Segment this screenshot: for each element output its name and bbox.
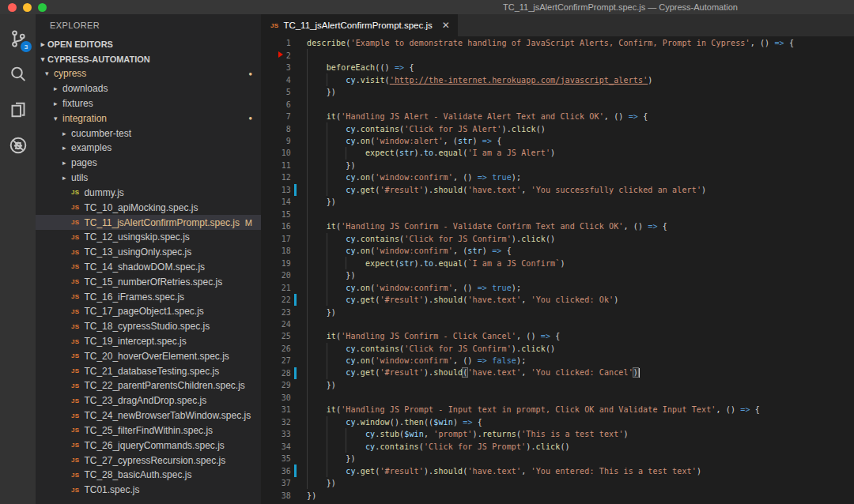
code-line[interactable]: 8 cy.contains('Click for JS Alert').clic… xyxy=(261,122,854,134)
code-line[interactable]: 18 cy.on('window:confirm', (str) => { xyxy=(261,245,854,257)
token-fn: then xyxy=(404,418,424,427)
gutter-decoration xyxy=(291,160,307,171)
indent-guide xyxy=(307,220,308,232)
token-fn: visit xyxy=(361,76,385,85)
code-line[interactable]: 33 cy.stub($win, 'prompt').returns('This… xyxy=(261,428,854,440)
code-line[interactable]: 1describe('Example to demonstrate handli… xyxy=(261,37,854,49)
source-control-icon[interactable]: 3 xyxy=(0,21,36,56)
tree-file-TC_14_shadowDOM.spec.js[interactable]: JSTC_14_shadowDOM.spec.js xyxy=(36,260,261,275)
code-line[interactable]: 21 cy.on('window:confirm', () => true); xyxy=(261,281,854,293)
tree-folder-cucumber-test[interactable]: ▸cucumber-test xyxy=(36,126,261,141)
tree-folder-utils[interactable]: ▸utils xyxy=(36,171,261,186)
code-line[interactable]: 30 xyxy=(261,392,854,404)
code-line[interactable]: 28 cy.get('#result').should('have.text',… xyxy=(261,367,854,379)
tree-file-TC_11_jsAlertConfirmPrompt.spec.js[interactable]: JSTC_11_jsAlertConfirmPrompt.spec.jsM xyxy=(36,215,261,230)
tree-file-TC_15_numberOfRetries.spec.js[interactable]: JSTC_15_numberOfRetries.spec.js xyxy=(36,274,261,289)
code-line[interactable]: 36 cy.get('#result').should('have.text',… xyxy=(261,465,854,476)
code-line[interactable]: 3 beforeEach(() => { xyxy=(261,62,854,73)
tree-folder-downloads[interactable]: ▸downloads xyxy=(36,81,261,96)
code-line[interactable]: 31 it('Handling JS Prompt - Input text i… xyxy=(261,404,854,416)
tree-file-TC_23_dragAndDrop.spec.js[interactable]: JSTC_23_dragAndDrop.spec.js xyxy=(36,393,261,408)
tree-file-TC_28_basicAuth.spec.js[interactable]: JSTC_28_basicAuth.spec.js xyxy=(36,468,261,483)
tree-file-TC_27_cypressRecursion.spec.js[interactable]: JSTC_27_cypressRecursion.spec.js xyxy=(36,453,261,468)
tree-file-TC_17_pageObject1.spec.js[interactable]: JSTC_17_pageObject1.spec.js xyxy=(36,304,261,319)
search-icon[interactable] xyxy=(0,56,36,92)
tree-folder-pages[interactable]: ▸pages xyxy=(36,156,261,171)
tree-file-TC_24_newBrowserTabWindow.spec.js[interactable]: JSTC_24_newBrowserTabWindow.spec.js xyxy=(36,408,261,423)
code-line[interactable]: 19 expect(str).to.equal(`I am a JS Confi… xyxy=(261,257,854,269)
token-fn: get xyxy=(361,295,375,304)
gutter-decoration xyxy=(291,318,307,330)
code-line[interactable]: 22 cy.get('#result').should('have.text',… xyxy=(261,294,854,306)
code-line[interactable]: 16 it('Handling JS Confirm - Validate Co… xyxy=(261,220,854,232)
maximize-window-icon[interactable] xyxy=(38,3,47,12)
code-line[interactable]: 34 cy.contains('Click for JS Prompt').cl… xyxy=(261,440,854,452)
code-line[interactable]: 37 }) xyxy=(261,477,854,489)
token-fn: click xyxy=(536,442,561,451)
tree-file-TC_16_iFrames.spec.js[interactable]: JSTC_16_iFrames.spec.js xyxy=(36,289,261,304)
tab-active-file[interactable]: JS TC_11_jsAlertConfirmPrompt.spec.js ✕ xyxy=(261,14,458,36)
open-editors-section[interactable]: ▸ OPEN EDITORS xyxy=(36,36,261,51)
tree-item-label: TC_13_usingOnly.spec.js xyxy=(84,246,191,258)
code-text: cy.on('window:confirm', (str) => { xyxy=(307,246,512,255)
code-line[interactable]: 35 }) xyxy=(261,453,854,465)
code-line[interactable]: 2 xyxy=(261,49,854,61)
code-line[interactable]: 29 }) xyxy=(261,379,854,391)
code-line[interactable]: 12 cy.on('window:confirm', () => true); xyxy=(261,171,854,183)
code-line[interactable]: 20 }) xyxy=(261,269,854,281)
code-line[interactable]: 38}) xyxy=(261,489,854,501)
tree-file-TC_12_usingskip.spec.js[interactable]: JSTC_12_usingskip.spec.js xyxy=(36,230,261,245)
tree-file-TC01.spec.js[interactable]: JSTC01.spec.js xyxy=(36,483,261,498)
js-file-icon: JS xyxy=(71,204,79,211)
tree-file-TC_26_jqueryCommands.spec.js[interactable]: JSTC_26_jqueryCommands.spec.js xyxy=(36,438,261,453)
tree-folder-fixtures[interactable]: ▸fixtures xyxy=(36,96,261,111)
code-text: cy.on('window:confirm', () => true); xyxy=(307,173,521,182)
workspace-root-section[interactable]: ▾ CYPRESS-AUTOMATION xyxy=(36,51,261,66)
code-line[interactable]: 15 xyxy=(261,209,854,220)
tree-file-TC_20_hoverOverElement.spec.js[interactable]: JSTC_20_hoverOverElement.spec.js xyxy=(36,348,261,363)
token-fn: on xyxy=(361,246,370,255)
minimize-window-icon[interactable] xyxy=(23,3,32,12)
code-line[interactable]: 24 xyxy=(261,318,854,330)
close-icon[interactable]: ✕ xyxy=(442,20,450,31)
url-link[interactable]: 'http://the-internet.herokuapp.com/javas… xyxy=(390,76,648,85)
code-line[interactable]: 11 }) xyxy=(261,160,854,171)
code-line[interactable]: 10 expect(str).to.equal('I am a JS Alert… xyxy=(261,147,854,159)
tree-file-TC_22_parentParentsChildren.spec.js[interactable]: JSTC_22_parentParentsChildren.spec.js xyxy=(36,378,261,393)
token-fn: click xyxy=(521,235,546,243)
code-line[interactable]: 14 }) xyxy=(261,196,854,208)
tree-folder-examples[interactable]: ▸examples xyxy=(36,141,261,156)
section-label: CYPRESS-AUTOMATION xyxy=(47,55,150,64)
tab-label: TC_11_jsAlertConfirmPrompt.spec.js xyxy=(283,21,432,30)
tree-file-TC_19_intercept.spec.js[interactable]: JSTC_19_intercept.spec.js xyxy=(36,334,261,349)
code-line[interactable]: 13 cy.get('#result').should('have.text',… xyxy=(261,184,854,196)
code-line[interactable]: 23 }) xyxy=(261,306,854,318)
code-line[interactable]: 5 }) xyxy=(261,86,854,98)
token-pun: , () xyxy=(453,284,473,292)
code-line[interactable]: 17 cy.contains('Click for JS Confirm').c… xyxy=(261,233,854,245)
tree-file-TC_10_apiMocking.spec.js[interactable]: JSTC_10_apiMocking.spec.js xyxy=(36,200,261,215)
tree-file-TC_25_filterFindWithin.spec.js[interactable]: JSTC_25_filterFindWithin.spec.js xyxy=(36,423,261,438)
gutter-decoration xyxy=(291,122,307,134)
tree-file-TC_18_cypressStudio.spec.js[interactable]: JSTC_18_cypressStudio.spec.js xyxy=(36,319,261,334)
code-line[interactable]: 7 it('Handling JS Alert - Validate Alert… xyxy=(261,111,854,122)
explorer-files-icon[interactable] xyxy=(0,92,36,127)
bug-disabled-icon[interactable] xyxy=(0,127,36,163)
tree-file-TC_13_usingOnly.spec.js[interactable]: JSTC_13_usingOnly.spec.js xyxy=(36,245,261,260)
code-line[interactable]: 32 cy.window().then(($win) => { xyxy=(261,416,854,428)
code-line[interactable]: 6 xyxy=(261,98,854,110)
code-editor[interactable]: 1describe('Example to demonstrate handli… xyxy=(261,36,854,504)
tree-folder-cypress[interactable]: ▾cypress● xyxy=(36,66,261,81)
tree-folder-integration[interactable]: ▾integration● xyxy=(36,111,261,126)
code-line[interactable]: 9 cy.on('window:alert', (str) => { xyxy=(261,135,854,147)
token-var: to xyxy=(424,149,433,157)
code-line[interactable]: 27 cy.on('window:confirm', () => false); xyxy=(261,355,854,367)
tree-file-TC_21_databaseTesting.spec.js[interactable]: JSTC_21_databaseTesting.spec.js xyxy=(36,363,261,378)
code-line[interactable]: 25 it('Handling JS Confirm - Click Cance… xyxy=(261,330,854,342)
token-pun: { xyxy=(507,246,512,255)
line-number: 25 xyxy=(261,332,291,340)
code-line[interactable]: 26 cy.contains('Click for JS Confirm').c… xyxy=(261,343,854,355)
code-line[interactable]: 4 cy.visit('http://the-internet.herokuap… xyxy=(261,73,854,85)
close-window-icon[interactable] xyxy=(8,3,17,12)
tree-file-dummy.js[interactable]: JSdummy.js xyxy=(36,186,261,201)
